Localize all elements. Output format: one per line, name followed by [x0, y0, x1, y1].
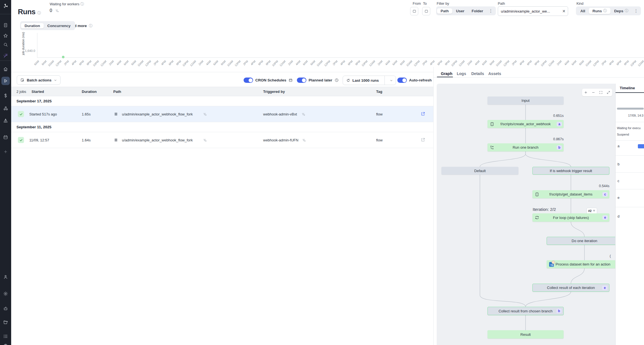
timeline-scrollbar[interactable]: [617, 108, 644, 110]
branch-icon: [490, 145, 494, 149]
node-duration: 0.544s: [532, 184, 609, 188]
row-started: 11/09, 12:57: [29, 138, 49, 142]
flow-graph-canvas[interactable]: Input 0.651s f/scripts/create_actor_webh…: [437, 84, 615, 345]
kind-tab-deps[interactable]: Depsⓘ: [611, 8, 632, 14]
search-icon[interactable]: [0, 41, 11, 49]
col-duration: Duration: [82, 90, 97, 94]
tab-graph[interactable]: Graph: [441, 71, 452, 76]
triggered-filter-icon[interactable]: [302, 112, 305, 116]
kind-more-menu[interactable]: ⋮: [632, 8, 640, 13]
tab-duration[interactable]: Duration: [21, 23, 44, 28]
group-header-date: September 11, 2025: [11, 122, 433, 132]
timeline-title[interactable]: Timeline: [620, 86, 635, 90]
filter-tab-path[interactable]: Path: [437, 8, 452, 14]
windmill-logo-icon[interactable]: [0, 2, 11, 10]
filter-plus-icon[interactable]: [55, 9, 59, 13]
chart-x-ticks: 6AM8AM10AM12PM2PM4PM6PM8PM10PM12AM2AM4AM…: [37, 59, 642, 70]
runs-info-icon: ⓘ: [603, 8, 607, 13]
from-label: From: [413, 2, 421, 6]
filter-by-label: Filter by: [437, 2, 449, 6]
node-get-dataset-items[interactable]: f/scripts/get_dataset_items c: [532, 190, 609, 198]
clear-path-icon[interactable]: ✕: [562, 9, 566, 13]
row-tag: flow: [376, 138, 383, 142]
row-path[interactable]: u/admin/example_actor_webhook_flow_fork: [122, 112, 193, 116]
building-icon[interactable]: [0, 21, 11, 29]
calendar-icon: [289, 78, 293, 82]
node-for-loop[interactable]: For loop (skip failures) e: [532, 213, 609, 222]
node-collect-each-iteration[interactable]: Collect result of each iteration e: [532, 284, 609, 292]
batch-actions-button[interactable]: Batch actions: [17, 75, 61, 85]
from-date-button[interactable]: [410, 7, 418, 15]
zoom-out-icon[interactable]: [592, 91, 595, 94]
to-date-button[interactable]: [422, 7, 430, 15]
title-info-icon[interactable]: ⓘ: [37, 11, 41, 15]
chart-data-point[interactable]: [62, 56, 64, 58]
filter-tab-user[interactable]: User: [452, 8, 468, 14]
expand-icon[interactable]: [607, 91, 610, 94]
chart-y-axis-line: [37, 33, 37, 58]
table-row[interactable]: Started 517s ago 1.65s u/admin/example_a…: [11, 106, 433, 122]
node-input[interactable]: Input: [487, 96, 564, 105]
calendar-schedules-icon[interactable]: [0, 133, 11, 141]
node-collect-chosen-branch[interactable]: Collect result from chosen branch b: [487, 307, 564, 315]
filter-tab-folder[interactable]: Folder: [468, 8, 487, 14]
folder-icon[interactable]: [0, 319, 11, 326]
last-runs-dropdown[interactable]: [387, 79, 396, 82]
dollar-variables-icon[interactable]: [0, 92, 11, 100]
gear-settings-icon[interactable]: [0, 290, 11, 298]
triggered-filter-icon[interactable]: [302, 138, 306, 142]
home-icon[interactable]: [0, 65, 11, 73]
globe-icon[interactable]: [0, 342, 11, 345]
row-triggered-by[interactable]: webhook-admin-vBxt: [263, 112, 297, 116]
node-duration: 0.867s: [487, 137, 564, 141]
tab-details[interactable]: Details: [471, 71, 484, 76]
filter-more-menu[interactable]: ⋮: [487, 8, 495, 13]
auto-refresh-toggle[interactable]: [397, 78, 407, 83]
sidebar-item-runs-selected[interactable]: [1, 77, 10, 85]
waiting-for-workers: Waiting for workers ⓘ 0: [50, 2, 84, 13]
row-path[interactable]: u/admin/example_actor_webhook_flow_fork: [122, 138, 193, 142]
external-link-icon[interactable]: [421, 112, 425, 116]
planned-later-label: Planned later: [309, 78, 332, 82]
star-icon[interactable]: [0, 32, 11, 40]
external-link-icon[interactable]: [421, 137, 425, 142]
script-icon: [535, 192, 539, 196]
cluster-resources-icon[interactable]: [0, 104, 11, 112]
list-icon[interactable]: [0, 332, 11, 340]
sidebar-divider-mid: [0, 61, 11, 61]
node-create-actor-webhook[interactable]: f/scripts/create_actor_webhook a: [487, 120, 564, 128]
kind-tab-all[interactable]: All: [577, 8, 589, 14]
node-do-one-iteration[interactable]: Do one iteration: [547, 237, 615, 245]
cron-schedules-toggle[interactable]: [244, 78, 253, 83]
path-filter-input[interactable]: [498, 6, 568, 16]
user-icon[interactable]: [0, 273, 11, 281]
row-triggered-by[interactable]: webhook-admin-fUFN: [263, 138, 298, 142]
path-filter-icon[interactable]: [203, 112, 207, 116]
last-runs-button[interactable]: Last 1000 runs: [343, 76, 396, 85]
tab-assets[interactable]: Assets: [488, 71, 501, 76]
robot-icon[interactable]: [0, 305, 11, 312]
tab-logs[interactable]: Logs: [457, 71, 466, 76]
timeline-row-label: c: [617, 179, 619, 183]
fit-view-icon[interactable]: [599, 91, 603, 94]
waiting-info-icon[interactable]: ⓘ: [80, 2, 84, 6]
prism-icon[interactable]: [0, 117, 11, 125]
node-branch-default[interactable]: Default: [441, 167, 518, 175]
node-branch-if-webhook[interactable]: If is webhook trigger result: [532, 167, 609, 175]
plus-icon[interactable]: [0, 148, 11, 156]
table-row[interactable]: 11/09, 12:57 1.64s u/admin/example_actor…: [11, 132, 433, 148]
path-filter-icon[interactable]: [203, 138, 207, 142]
planned-later-toggle[interactable]: [297, 78, 306, 83]
iteration-chip[interactable]: #2: [587, 208, 597, 214]
kind-tab-runs[interactable]: Runsⓘ: [589, 8, 611, 14]
node-process-dataset-item[interactable]: TS Process dataset item for an action: [547, 260, 615, 268]
script-icon: [490, 122, 494, 126]
node-result[interactable]: Result: [487, 330, 564, 339]
magic-wand-icon[interactable]: [0, 52, 11, 60]
zoom-in-icon[interactable]: [584, 91, 588, 94]
kind-segmented: All Runsⓘ Depsⓘ ⋮: [576, 6, 641, 15]
tab-concurrency[interactable]: Concurrency: [44, 23, 74, 28]
path-label: Path: [498, 2, 505, 6]
node-run-one-branch[interactable]: Run one branch b: [487, 143, 564, 151]
step-badge: b: [557, 145, 562, 150]
